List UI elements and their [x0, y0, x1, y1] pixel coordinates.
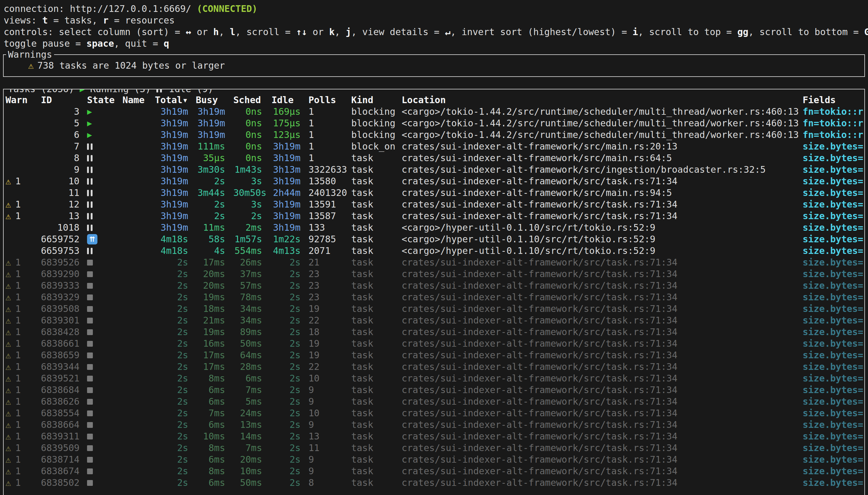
cell-fields: size.bytes= [803, 303, 864, 314]
column-header-location[interactable]: Location [402, 94, 803, 106]
table-row[interactable]: ⚠168395212s8ms6ms2s10taskcrates/sui-inde… [4, 373, 864, 384]
cell-id: 6838502 [41, 477, 87, 489]
cell-idle: 3h19m [271, 199, 308, 210]
table-row[interactable]: 10183h19m11ms2ms3h19m133task<cargo>/hype… [4, 222, 864, 234]
table-row[interactable]: 6659752⇈4m18s58s1m57s1m22s92785task<carg… [4, 234, 864, 245]
table-row[interactable]: ⚠1123h19m2s3s3h19m13591taskcrates/sui-in… [4, 199, 864, 210]
cell-name [122, 338, 155, 349]
table-row[interactable]: ⚠168385022s6ms50ms2s8taskcrates/sui-inde… [4, 477, 864, 489]
cell-id: 5 [41, 118, 87, 129]
table-row[interactable]: ⚠168385542s7ms24ms2s10taskcrates/sui-ind… [4, 407, 864, 419]
pause-quit-line: toggle pause = space, quit = q [4, 38, 868, 49]
help-text-segment: l [230, 27, 235, 37]
cell-warn: ⚠1 [5, 454, 41, 465]
cell-location: <cargo>/tokio-1.44.2/src/runtime/schedul… [402, 129, 803, 141]
warning-count: 1 [15, 361, 21, 372]
cell-busy: 17ms [196, 361, 233, 373]
table-row[interactable]: ⚠168393442s17ms28ms2s22taskcrates/sui-in… [4, 361, 864, 373]
cell-sched: 20ms [233, 454, 271, 465]
column-header-name[interactable]: Name [122, 94, 155, 106]
cell-kind: task [351, 268, 402, 280]
cell-state [87, 326, 122, 338]
cell-id: 6839290 [41, 268, 87, 280]
table-row[interactable]: ⚠168384282s19ms89ms2s18taskcrates/sui-in… [4, 326, 864, 338]
table-row[interactable]: ⚠168393112s10ms14ms2s13taskcrates/sui-in… [4, 431, 864, 442]
idle-count-label: Idle (9) [169, 89, 214, 95]
table-row[interactable]: 73h19m111ms0ns3h19m1block_oncrates/sui-i… [4, 141, 864, 152]
cell-name [122, 234, 155, 245]
table-row[interactable]: ⚠168395082s18ms34ms2s19taskcrates/sui-in… [4, 303, 864, 314]
table-row[interactable]: ⚠168392902s20ms37ms2s23taskcrates/sui-in… [4, 268, 864, 280]
warning-icon: ⚠ [5, 303, 11, 314]
cell-sched: 37ms [233, 268, 271, 280]
cell-polls: 19 [308, 338, 351, 349]
table-row[interactable]: ⚠168395262s17ms26ms2s21taskcrates/sui-in… [4, 257, 864, 268]
cell-warn [5, 141, 41, 152]
column-header-kind[interactable]: Kind [351, 94, 402, 106]
table-row[interactable]: 5▶3h19m3h19m0ns175µs1blocking<cargo>/tok… [4, 118, 864, 129]
table-row[interactable]: ⚠168395092s8ms7ms2s11taskcrates/sui-inde… [4, 442, 864, 454]
cell-state [87, 407, 122, 419]
completed-icon [87, 468, 93, 474]
cell-kind: blocking [351, 106, 402, 118]
column-header-polls[interactable]: Polls [308, 94, 351, 106]
column-header-busy[interactable]: Busy [196, 94, 233, 106]
cell-busy: 111ms [196, 141, 233, 152]
table-row[interactable]: ⚠168386742s8ms10ms2s9taskcrates/sui-inde… [4, 465, 864, 477]
table-row[interactable]: 66597534m18s4s554ms4m13s2071task<cargo>/… [4, 245, 864, 257]
column-header-state[interactable]: State [87, 94, 122, 106]
cell-busy: 3m30s [196, 164, 233, 175]
cell-kind: task [351, 222, 402, 234]
cell-polls: 13591 [308, 199, 351, 210]
cell-total: 2s [155, 419, 196, 431]
cell-id: 8 [41, 152, 87, 164]
table-row[interactable]: ⚠1133h19m2s2s3h19m13587taskcrates/sui-in… [4, 210, 864, 222]
table-row[interactable]: 93h19m3m30s1m43s3h13m3322633taskcrates/s… [4, 164, 864, 175]
warning-count: 1 [15, 385, 21, 395]
table-row[interactable]: ⚠168386592s17ms64ms2s19taskcrates/sui-in… [4, 349, 864, 361]
cell-warn: ⚠1 [5, 361, 41, 373]
table-row[interactable]: ⚠168386642s6ms13ms2s9taskcrates/sui-inde… [4, 419, 864, 431]
table-row[interactable]: ⚠168386612s16ms50ms2s19taskcrates/sui-in… [4, 338, 864, 349]
controls-line: controls: select column (sort) = ↔ or h,… [4, 26, 868, 38]
tasks-panel-title: Tasks (2056) ▶ Running (3) Idle (9) [6, 89, 215, 95]
column-header-id[interactable]: ID [41, 94, 87, 106]
cell-sched: 13ms [233, 419, 271, 431]
table-row[interactable]: ⚠168386262s6ms5ms2s9taskcrates/sui-index… [4, 396, 864, 407]
cell-sched: 7ms [233, 384, 271, 396]
cell-warn: ⚠1 [5, 407, 41, 419]
cell-fields: size.bytes= [803, 477, 864, 489]
cell-id: 9 [41, 164, 87, 175]
cell-name [122, 222, 155, 234]
column-header-idle[interactable]: Idle [271, 94, 308, 106]
cell-polls: 9 [308, 465, 351, 477]
cell-kind: task [351, 245, 402, 257]
cell-fields: size.bytes= [803, 280, 864, 291]
cell-sched: 64ms [233, 349, 271, 361]
cell-fields: size.bytes= [803, 152, 864, 164]
completed-icon [87, 376, 93, 381]
warning-count: 1 [15, 454, 21, 465]
table-row[interactable]: 3▶3h19m3h19m0ns169µs1blocking<cargo>/tok… [4, 106, 864, 118]
table-row[interactable]: ⚠168393012s21ms34ms2s22taskcrates/sui-in… [4, 314, 864, 326]
table-row[interactable]: 6▶3h19m3h19m0ns123µs1blocking<cargo>/tok… [4, 129, 864, 141]
column-header-warn[interactable]: Warn [5, 94, 41, 106]
cell-location: crates/sui-indexer-alt-framework/src/tas… [402, 199, 803, 210]
table-row[interactable]: ⚠168393292s19ms78ms2s23taskcrates/sui-in… [4, 291, 864, 303]
cell-kind: task [351, 257, 402, 268]
cell-fields: size.bytes= [803, 187, 864, 199]
column-header-sched[interactable]: Sched [233, 94, 271, 106]
cell-location: crates/sui-indexer-alt-framework/src/tas… [402, 419, 803, 431]
column-header-fields[interactable]: Fields [803, 94, 864, 106]
table-row[interactable]: 113h19m3m44s30m50s2h44m2401320taskcrates… [4, 187, 864, 199]
table-row[interactable]: 83h19m35µs0ns3h19m1taskcrates/sui-indexe… [4, 152, 864, 164]
table-row[interactable]: ⚠168386842s6ms7ms2s9taskcrates/sui-index… [4, 384, 864, 396]
cell-sched: 0ns [233, 129, 271, 141]
cell-busy: 20ms [196, 268, 233, 280]
column-header-total[interactable]: Total▾ [155, 94, 196, 106]
table-row[interactable]: ⚠1103h19m2s3s3h19m13580taskcrates/sui-in… [4, 175, 864, 187]
help-text-segment: k [329, 27, 335, 37]
cell-fields: size.bytes= [803, 245, 864, 257]
table-row[interactable]: ⚠168393332s20ms57ms2s23taskcrates/sui-in… [4, 280, 864, 291]
table-row[interactable]: ⚠168387142s6ms20ms2s9taskcrates/sui-inde… [4, 454, 864, 465]
